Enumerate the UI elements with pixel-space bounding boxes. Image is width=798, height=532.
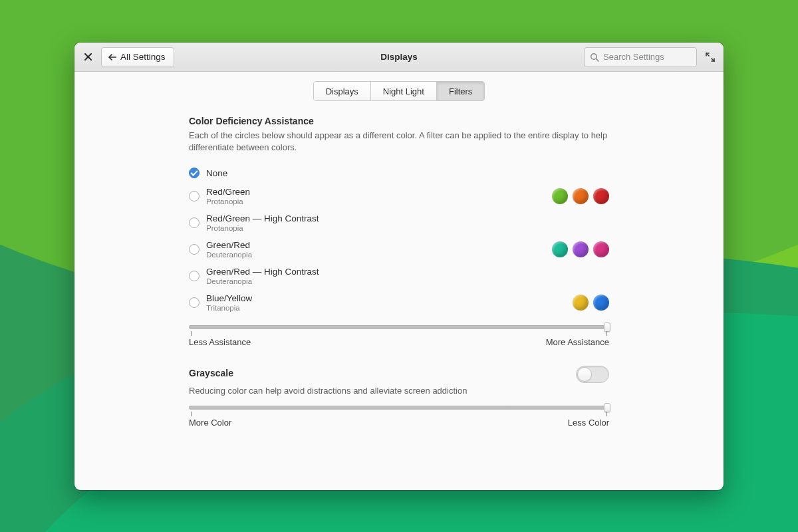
color-swatch: [593, 241, 609, 257]
cda-option-sublabel: Protanopia: [206, 198, 250, 206]
cda-option[interactable]: Blue/YellowTritanopia: [189, 289, 609, 316]
cda-option[interactable]: None: [189, 163, 609, 183]
radio-button[interactable]: [189, 297, 200, 308]
cda-slider-handle[interactable]: [604, 323, 610, 332]
cda-option-label: Green/Red — High Contrast: [206, 267, 319, 277]
grayscale-title: Grayscale: [189, 368, 576, 378]
color-swatch: [593, 188, 609, 204]
search-icon: [590, 53, 599, 62]
cda-slider-right-label: More Assistance: [546, 337, 609, 347]
cda-desc: Each of the circles below should appear …: [189, 130, 609, 154]
cda-option-sublabel: Deuteranopia: [206, 251, 252, 259]
cda-option-label: Red/Green: [206, 187, 250, 198]
grayscale-slider-left-label: More Color: [189, 418, 231, 428]
fullscreen-icon[interactable]: [702, 49, 718, 65]
cda-slider-left-label: Less Assistance: [189, 337, 251, 347]
grayscale-toggle-knob: [577, 367, 592, 382]
radio-button[interactable]: [189, 217, 200, 228]
cda-slider[interactable]: [189, 325, 609, 329]
arrow-left-icon: [108, 52, 116, 63]
grayscale-toggle[interactable]: [576, 366, 609, 383]
cda-option[interactable]: Red/GreenProtanopia: [189, 183, 609, 209]
cda-option[interactable]: Red/Green — High ContrastProtanopia: [189, 209, 609, 236]
grayscale-slider-right-label: Less Color: [568, 418, 609, 428]
cda-option-label: Red/Green — High Contrast: [206, 213, 319, 224]
color-swatch: [573, 295, 589, 311]
color-swatches: [552, 241, 609, 257]
cda-option-label: None: [206, 168, 227, 179]
cda-option[interactable]: Green/RedDeuteranopia: [189, 236, 609, 263]
back-button-label: All Settings: [120, 52, 166, 62]
svg-line-1: [597, 59, 599, 61]
back-button[interactable]: All Settings: [101, 47, 174, 67]
cda-title: Color Deficiency Assistance: [189, 116, 609, 126]
color-swatch: [552, 188, 568, 204]
titlebar: All Settings Displays: [74, 43, 724, 72]
cda-option-sublabel: Protanopia: [206, 224, 319, 233]
close-icon[interactable]: [80, 49, 96, 65]
radio-button[interactable]: [189, 168, 200, 178]
color-swatch: [593, 295, 609, 311]
cda-option-label: Blue/Yellow: [206, 293, 252, 304]
color-swatch: [552, 241, 568, 257]
grayscale-slider[interactable]: [189, 406, 609, 410]
tab-bar: DisplaysNight LightFilters: [74, 81, 724, 101]
color-swatch: [573, 241, 589, 257]
search-input[interactable]: [603, 52, 691, 62]
settings-window: All Settings Displays DisplaysNight Ligh…: [74, 43, 724, 490]
cda-option-sublabel: Deuteranopia: [206, 277, 319, 286]
tab-night-light[interactable]: Night Light: [371, 82, 437, 100]
cda-option-label: Green/Red: [206, 240, 252, 251]
cda-option-sublabel: Tritanopia: [206, 304, 252, 313]
radio-button[interactable]: [189, 244, 200, 255]
color-swatches: [552, 188, 609, 204]
grayscale-desc: Reducing color can help avoid distractio…: [189, 385, 609, 397]
radio-button[interactable]: [189, 271, 200, 281]
cda-option[interactable]: Green/Red — High ContrastDeuteranopia: [189, 263, 609, 289]
grayscale-slider-handle[interactable]: [604, 403, 610, 412]
tab-displays[interactable]: Displays: [314, 82, 371, 100]
radio-button[interactable]: [189, 191, 200, 201]
search-field[interactable]: [584, 47, 697, 67]
color-swatches: [573, 295, 609, 311]
tab-filters[interactable]: Filters: [437, 82, 484, 100]
color-swatch: [573, 188, 589, 204]
